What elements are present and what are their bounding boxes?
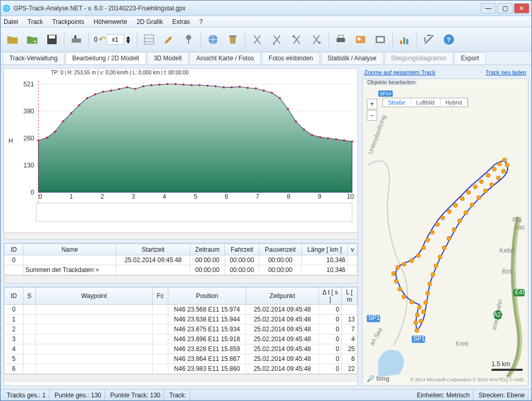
map-tab-luftbild[interactable]: Luftbild bbox=[411, 98, 440, 107]
svg-point-102 bbox=[421, 245, 425, 250]
table-icon[interactable] bbox=[140, 31, 158, 48]
tab-ansicht-karte[interactable]: Ansicht Karte / Fotos bbox=[190, 52, 261, 64]
table-row[interactable]: 3N46 23.696 E11 15.91825.02.2014 09:45:4… bbox=[5, 334, 357, 344]
svg-point-46 bbox=[118, 88, 120, 90]
wp-col-position[interactable]: Position bbox=[168, 288, 246, 305]
tab-3d-modell[interactable]: 3D Modell bbox=[147, 52, 189, 64]
map-panel[interactable]: Objekte bearbeiten SP14 + − Straße Luftb… bbox=[362, 79, 528, 386]
edit-icon[interactable] bbox=[160, 31, 178, 48]
wp-col-s[interactable]: S bbox=[23, 288, 36, 305]
chart-hscrollbar[interactable] bbox=[4, 232, 357, 239]
col-fahrzeit[interactable]: Fahrzeit bbox=[225, 244, 259, 255]
svg-point-90 bbox=[414, 320, 418, 325]
menu-help[interactable]: ? bbox=[200, 18, 203, 25]
col-laenge[interactable]: Länge [ km ] bbox=[301, 244, 348, 255]
undo-spinner[interactable]: 0 ↶ ▲▼ bbox=[92, 34, 134, 45]
svg-text:1: 1 bbox=[70, 193, 73, 200]
cut-icon[interactable] bbox=[248, 31, 266, 48]
svg-point-106 bbox=[441, 216, 445, 220]
svg-point-135 bbox=[421, 310, 425, 314]
svg-point-121 bbox=[484, 189, 488, 193]
menu-extras[interactable]: Extras bbox=[172, 18, 190, 25]
svg-point-17 bbox=[357, 37, 361, 41]
wp-table-hscrollbar[interactable] bbox=[4, 374, 357, 382]
zoom-full-track-link[interactable]: Zoome auf gesamtem Track bbox=[364, 69, 435, 75]
cut3-icon[interactable] bbox=[288, 31, 305, 48]
table-row[interactable]: 1N46 23.638 E11 15.94425.02.2014 09:45:4… bbox=[5, 315, 357, 325]
svg-text:E45: E45 bbox=[515, 289, 526, 296]
table-row[interactable]: 5N46 23.864 E11 15.86725.02.2014 09:45:4… bbox=[5, 354, 357, 364]
table-row-sum[interactable]: Summen der Trackdaten = 00:00:00 00:00:0… bbox=[5, 265, 357, 275]
undo-icon[interactable]: ↶ bbox=[99, 34, 105, 44]
chart-icon[interactable] bbox=[396, 31, 414, 48]
map-zoom-out[interactable]: − bbox=[367, 110, 377, 121]
wp-col-dt[interactable]: Δ t [ s ] bbox=[319, 288, 342, 305]
svg-point-72 bbox=[327, 137, 329, 139]
cut4-icon[interactable] bbox=[308, 31, 325, 48]
close-button[interactable]: ✕ bbox=[514, 3, 529, 14]
wp-col-l[interactable]: L [ m bbox=[342, 288, 357, 305]
print-icon[interactable] bbox=[332, 31, 350, 48]
map-provider-logo: 🔎 bing bbox=[367, 375, 390, 382]
col-v[interactable]: v bbox=[348, 244, 357, 255]
map-tab-hybrid[interactable]: Hybrid bbox=[441, 98, 468, 107]
minimize-button[interactable]: — bbox=[481, 3, 496, 14]
menu-datei[interactable]: Datei bbox=[4, 18, 18, 25]
tab-track-verwaltung[interactable]: Track-Verwaltung bbox=[3, 52, 64, 64]
titlebar: 🌐 GPS-Track-Analyse.NET - v. 6.0 - 20140… bbox=[1, 1, 531, 16]
menu-2d-grafik[interactable]: 2D Grafik bbox=[137, 18, 163, 25]
screenshot-icon[interactable] bbox=[371, 31, 389, 48]
table-row[interactable]: 0 25.02.2014 09:45:48 00:00:00 00:00:00 … bbox=[5, 255, 357, 265]
map-zoom-in[interactable]: + bbox=[367, 99, 377, 109]
svg-point-63 bbox=[255, 87, 257, 89]
globe-icon[interactable] bbox=[204, 31, 222, 48]
wp-col-fc[interactable]: Fc bbox=[153, 288, 168, 305]
tools-icon[interactable] bbox=[420, 31, 438, 48]
map-tab-strasse[interactable]: Straße bbox=[383, 98, 411, 107]
svg-text:5: 5 bbox=[194, 193, 197, 200]
tab-statistik[interactable]: Statistik / Analyse bbox=[321, 52, 383, 64]
photo-icon[interactable] bbox=[352, 31, 369, 48]
table-row[interactable]: 2N46 23.675 E11 15.93425.02.2014 09:45:4… bbox=[5, 325, 357, 334]
svg-point-56 bbox=[198, 84, 201, 86]
svg-point-64 bbox=[263, 89, 265, 92]
table-row[interactable]: 6N46 23.983 E11 15.86025.02.2014 09:45:4… bbox=[5, 364, 357, 374]
reload-track-link[interactable]: Track neu laden bbox=[486, 69, 526, 75]
open-folder-plus-icon[interactable]: + bbox=[23, 31, 41, 48]
menu-trackpoints[interactable]: Trackpoints bbox=[52, 18, 85, 25]
save-icon[interactable] bbox=[43, 31, 61, 48]
tab-fotos-einbinden[interactable]: Fotos einbinden bbox=[262, 52, 320, 64]
wp-col-zeitpunkt[interactable]: Zeitpunkt bbox=[246, 288, 319, 305]
col-id[interactable]: ID bbox=[5, 244, 23, 255]
table-row[interactable]: 4N46 23.828 E11 15.85925.02.2014 09:45:4… bbox=[5, 344, 357, 354]
menu-track[interactable]: Track bbox=[28, 18, 43, 25]
tab-bearbeitung-2d[interactable]: Bearbeitung / 2D Modell bbox=[65, 52, 146, 64]
table-row[interactable]: 0N46 23.568 E11 15.97425.02.2014 09:45:4… bbox=[5, 305, 357, 315]
waypoint-icon[interactable] bbox=[180, 31, 197, 48]
tab-export[interactable]: Export bbox=[454, 52, 486, 64]
maximize-button[interactable]: ▢ bbox=[497, 3, 513, 14]
elevation-chart[interactable]: H 5213902601300 012345678910 bbox=[4, 75, 357, 232]
cut2-icon[interactable] bbox=[268, 31, 286, 48]
open-folder-icon[interactable] bbox=[4, 31, 21, 48]
help-icon[interactable]: ? bbox=[440, 31, 458, 48]
svg-rect-21 bbox=[403, 37, 405, 44]
svg-text:Keller: Keller bbox=[499, 247, 515, 254]
zoom-factor-input[interactable] bbox=[107, 34, 124, 45]
svg-point-49 bbox=[142, 85, 144, 87]
svg-point-44 bbox=[102, 90, 104, 93]
wp-col-waypoint[interactable]: Waypoint bbox=[36, 288, 153, 305]
col-pausenzeit[interactable]: Pausenzeit bbox=[259, 244, 301, 255]
track-table-hscrollbar[interactable] bbox=[4, 275, 357, 283]
wp-col-id[interactable]: ID bbox=[5, 288, 23, 305]
svg-point-92 bbox=[417, 305, 421, 309]
col-zeitraum[interactable]: Zeitraum bbox=[190, 244, 225, 255]
menu-hoehenwerte[interactable]: Höhenwerte bbox=[94, 18, 127, 25]
waypoint-table: ID S Waypoint Fc Position Zeitpunkt Δ t … bbox=[4, 287, 358, 386]
svg-rect-22 bbox=[406, 39, 408, 44]
trash-icon[interactable] bbox=[224, 31, 242, 48]
svg-point-115 bbox=[497, 162, 501, 166]
col-name[interactable]: Name bbox=[23, 244, 116, 255]
col-startzeit[interactable]: Startzeit bbox=[116, 244, 190, 255]
device-icon[interactable] bbox=[68, 31, 85, 48]
